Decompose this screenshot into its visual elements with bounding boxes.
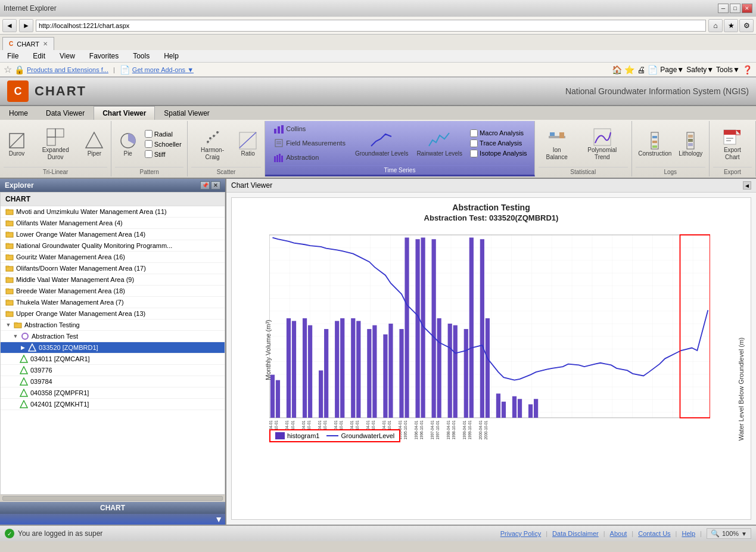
minimize-button[interactable]: ─ (718, 4, 729, 13)
horizontal-scrollbar[interactable] (2, 496, 223, 501)
ion-balance-button[interactable]: Ion Balance (539, 126, 575, 163)
tab-home[interactable]: Home (0, 106, 37, 120)
expand-icon-11[interactable]: ▼ (13, 333, 18, 339)
expand-icon-12[interactable]: ▶ (20, 345, 26, 351)
help-link[interactable]: Help (682, 530, 695, 537)
chart-viewer-collapse[interactable]: ◄ (743, 181, 751, 190)
tree-item-lower-orange[interactable]: Lower Orange Water Management Area (14) (1, 229, 225, 240)
radial-check[interactable] (145, 130, 153, 138)
home-button[interactable]: ⌂ (708, 19, 723, 32)
tab-close-button[interactable]: ✕ (43, 41, 48, 47)
tree-label-1: Olifants Water Management Area (4) (16, 219, 123, 227)
tab-data-viewer[interactable]: Data Viewer (37, 106, 94, 120)
rainwater-levels-button[interactable]: Rainwater Levels (413, 128, 465, 159)
tab-chart-viewer[interactable]: Chart Viewer (94, 106, 155, 120)
schoeller-check[interactable] (145, 140, 153, 148)
export-chart-button[interactable]: Export Chart (713, 126, 752, 163)
contact-us-link[interactable]: Contact Us (638, 530, 670, 537)
ratio-button[interactable]: Ratio (235, 129, 261, 159)
explorer-tree[interactable]: CHART Mvoti and Umzimkulu Water Manageme… (0, 192, 225, 495)
menu-view[interactable]: View (57, 51, 77, 61)
tree-item-breede[interactable]: Breede Water Management Area (18) (1, 286, 225, 297)
durov-icon (7, 131, 26, 150)
isotope-analysis-check[interactable] (470, 150, 478, 157)
construction-button[interactable]: Construction (635, 129, 674, 159)
field-measurements-button[interactable]: Field Measurements (270, 137, 350, 150)
toolbar-addons-link[interactable]: Get more Add-ons ▼ (132, 66, 194, 73)
ts-col4: Macro Analysis Trace Analysis Isotope An… (468, 129, 530, 158)
star-button[interactable]: ★ (724, 19, 738, 32)
address-input[interactable] (36, 20, 706, 32)
toolbar-products-link[interactable]: Products and Extensions f... (27, 66, 108, 73)
explorer-bottom-arrow[interactable]: ▼ (214, 514, 223, 524)
svg-rect-4 (47, 137, 55, 145)
durov-button[interactable]: Durov (4, 129, 30, 159)
zoom-control[interactable]: 🔍 100% ▼ (707, 528, 751, 539)
menu-edit[interactable]: Edit (30, 51, 48, 61)
forward-button[interactable]: ► (19, 19, 33, 32)
groundwater-levels-button[interactable]: Groundwater Levels (352, 128, 412, 159)
piper-button[interactable]: Piper (81, 129, 107, 159)
tree-item-abstraction-test[interactable]: ▼ Abstraction Test (1, 331, 225, 342)
tree-item-abstraction-testing[interactable]: ▼ Abstraction Testing (1, 320, 225, 331)
tree-item-042401[interactable]: 042401 [ZQMKHT1] (1, 399, 225, 410)
tree-item-olifants[interactable]: Olifants Water Management Area (4) (1, 218, 225, 229)
settings-nav-button[interactable]: ⚙ (739, 19, 754, 32)
polynomial-trend-button[interactable]: Polynomial Trend (577, 126, 628, 163)
tree-item-039784[interactable]: 039784 (1, 376, 225, 387)
svg-rect-3 (55, 129, 64, 137)
tree-item-upper-orange[interactable]: Upper Orange Water Management Area (13) (1, 308, 225, 320)
browser-tab[interactable]: C CHART ✕ (2, 37, 54, 50)
radial-checkbox[interactable]: Radial (142, 129, 184, 138)
svg-rect-30 (652, 141, 657, 143)
explorer-pin-button[interactable]: 📌 (200, 181, 210, 190)
main-layout: Explorer 📌 ✕ CHART Mvoti and Umzimkulu W… (0, 179, 756, 525)
explorer-close-button[interactable]: ✕ (211, 181, 220, 190)
lithology-button[interactable]: Lithology (676, 129, 705, 159)
menu-tools[interactable]: Tools (130, 51, 152, 61)
svg-marker-71 (20, 401, 27, 408)
abstraction-button[interactable]: Abstraction (270, 151, 350, 164)
folder-icon-0 (5, 207, 14, 216)
svg-rect-35 (688, 143, 693, 146)
tree-item-middle-vaal[interactable]: Middle Vaal Water Management Area (9) (1, 274, 225, 286)
tree-label-2: Lower Orange Water Management Area (14) (16, 231, 145, 238)
zoom-arrow-icon[interactable]: ▼ (741, 531, 747, 537)
trace-analysis-checkbox[interactable]: Trace Analysis (468, 139, 530, 148)
expanded-durov-button[interactable]: Expanded Durov (31, 126, 80, 163)
pie-button[interactable]: Pie (115, 129, 141, 159)
isotope-analysis-checkbox[interactable]: Isotope Analysis (468, 149, 530, 158)
about-link[interactable]: About (610, 530, 627, 537)
macro-analysis-checkbox[interactable]: Macro Analysis (468, 129, 530, 138)
privacy-policy-link[interactable]: Privacy Policy (500, 530, 541, 537)
menu-favorites[interactable]: Favorites (87, 51, 121, 61)
back-button[interactable]: ◄ (2, 19, 17, 32)
stiff-checkbox[interactable]: Stiff (142, 150, 184, 159)
triangle-icon-12 (28, 343, 36, 352)
tab-spatial-viewer[interactable]: Spatial Viewer (155, 106, 219, 120)
tree-item-034011[interactable]: 034011 [ZQMCAR1] (1, 353, 225, 365)
tree-item-gouritz[interactable]: Gouritz Water Management Area (16) (1, 252, 225, 263)
groundwater-levels-icon (370, 129, 394, 150)
expand-icon-10[interactable]: ▼ (5, 322, 11, 328)
schoeller-checkbox[interactable]: Schoeller (142, 139, 184, 148)
tree-item-national[interactable]: National Groundwater Quality Monitoring … (1, 240, 225, 252)
macro-analysis-check[interactable] (470, 129, 478, 137)
menu-help[interactable]: Help (161, 51, 181, 61)
close-button[interactable]: ✕ (742, 4, 752, 13)
tree-item-040358[interactable]: 040358 [ZQMPFR1] (1, 387, 225, 399)
trace-analysis-check[interactable] (470, 139, 478, 147)
tree-item-thukela[interactable]: Thukela Water Management Area (7) (1, 297, 225, 308)
ribbon-content: Durov Expanded Durov Piper Tri-Linear (0, 120, 756, 178)
tree-item-olifants-doorn[interactable]: Olifants/Doorn Water Management Area (17… (1, 263, 225, 274)
collins-button[interactable]: Collins (270, 122, 350, 135)
stiff-check[interactable] (145, 150, 153, 158)
menu-file[interactable]: File (5, 51, 21, 61)
tree-item-mvoti[interactable]: Mvoti and Umzimkulu Water Management Are… (1, 206, 225, 218)
maximize-button[interactable]: □ (730, 4, 741, 13)
tree-item-033520[interactable]: ▶ 033520 [ZQMBRD1] (1, 342, 225, 353)
harmon-craig-button[interactable]: Harmon-Craig (191, 126, 234, 163)
data-disclaimer-link[interactable]: Data Disclaimer (552, 530, 599, 537)
tree-item-039776[interactable]: 039776 (1, 365, 225, 376)
legend-groundwater-line (326, 435, 338, 436)
